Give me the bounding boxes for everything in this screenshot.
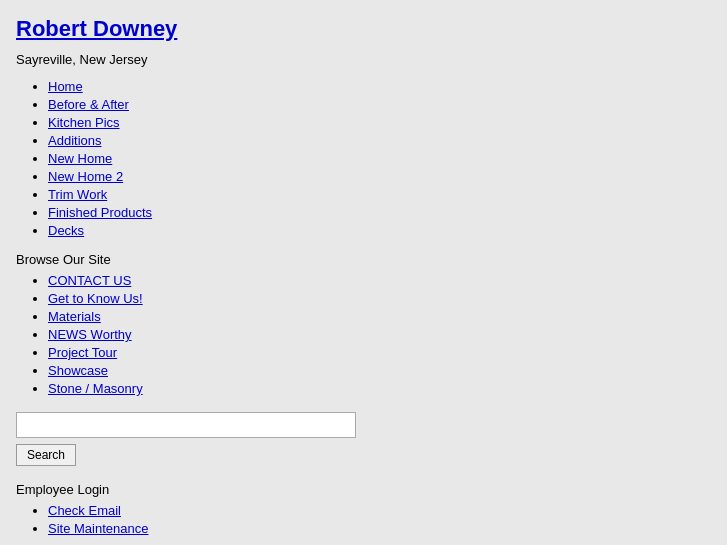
list-item: Decks	[48, 223, 711, 238]
browse-nav-list: CONTACT USGet to Know Us!MaterialsNEWS W…	[16, 273, 711, 396]
site-title-link[interactable]: Robert Downey	[16, 16, 177, 41]
list-item: New Home 2	[48, 169, 711, 184]
list-item: Stone / Masonry	[48, 381, 711, 396]
list-item: Site Maintenance	[48, 521, 711, 536]
list-item: Before & After	[48, 97, 711, 112]
list-item: Showcase	[48, 363, 711, 378]
main-nav-list: HomeBefore & AfterKitchen PicsAdditionsN…	[16, 79, 711, 238]
main-nav-link[interactable]: New Home	[48, 151, 112, 166]
main-nav-link[interactable]: Trim Work	[48, 187, 107, 202]
main-nav-link[interactable]: Finished Products	[48, 205, 152, 220]
search-input[interactable]	[16, 412, 356, 438]
list-item: Get to Know Us!	[48, 291, 711, 306]
location-text: Sayreville, New Jersey	[16, 52, 711, 67]
list-item: Check Email	[48, 503, 711, 518]
list-item: Project Tour	[48, 345, 711, 360]
list-item: New Home	[48, 151, 711, 166]
site-title: Robert Downey	[16, 16, 711, 42]
search-section: Search	[16, 412, 711, 466]
main-nav-link[interactable]: Home	[48, 79, 83, 94]
browse-nav-link[interactable]: Showcase	[48, 363, 108, 378]
employee-login-link[interactable]: Site Maintenance	[48, 521, 148, 536]
list-item: CONTACT US	[48, 273, 711, 288]
list-item: NEWS Worthy	[48, 327, 711, 342]
main-nav-link[interactable]: Kitchen Pics	[48, 115, 120, 130]
browse-nav-link[interactable]: Project Tour	[48, 345, 117, 360]
list-item: Kitchen Pics	[48, 115, 711, 130]
list-item: Home	[48, 79, 711, 94]
main-nav: HomeBefore & AfterKitchen PicsAdditionsN…	[16, 79, 711, 238]
main-nav-link[interactable]: New Home 2	[48, 169, 123, 184]
list-item: Trim Work	[48, 187, 711, 202]
employee-login-link[interactable]: Check Email	[48, 503, 121, 518]
main-nav-link[interactable]: Decks	[48, 223, 84, 238]
browse-nav-link[interactable]: Get to Know Us!	[48, 291, 143, 306]
list-item: Additions	[48, 133, 711, 148]
browse-nav-link[interactable]: CONTACT US	[48, 273, 131, 288]
employee-login-label: Employee Login	[16, 482, 711, 497]
browse-section: Browse Our Site CONTACT USGet to Know Us…	[16, 252, 711, 396]
list-item: Finished Products	[48, 205, 711, 220]
main-nav-link[interactable]: Before & After	[48, 97, 129, 112]
browse-nav-link[interactable]: NEWS Worthy	[48, 327, 132, 342]
browse-section-label: Browse Our Site	[16, 252, 711, 267]
list-item: Materials	[48, 309, 711, 324]
employee-login-section: Employee Login Check EmailSite Maintenan…	[16, 482, 711, 536]
search-button[interactable]: Search	[16, 444, 76, 466]
employee-login-list: Check EmailSite Maintenance	[16, 503, 711, 536]
browse-nav-link[interactable]: Stone / Masonry	[48, 381, 143, 396]
browse-nav-link[interactable]: Materials	[48, 309, 101, 324]
main-nav-link[interactable]: Additions	[48, 133, 101, 148]
